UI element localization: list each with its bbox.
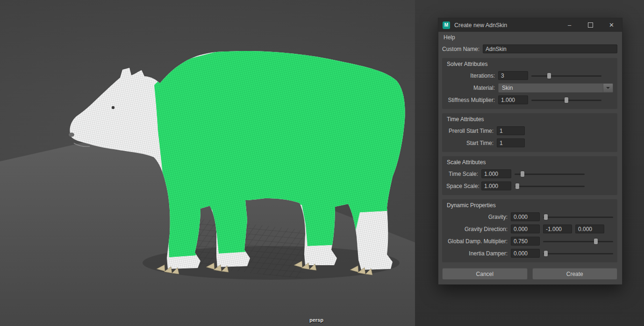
iterations-row: Iterations: (446, 71, 613, 80)
gravity-row: Gravity: (446, 212, 613, 222)
iterations-input[interactable] (498, 71, 528, 80)
time-scale-slider[interactable] (515, 171, 585, 177)
global-damp-label: Global Damp. Multiplier: (446, 238, 508, 245)
gravity-direction-row: Gravity Direction: (446, 224, 613, 234)
close-button[interactable]: ✕ (601, 18, 622, 32)
slider-track (515, 186, 585, 187)
gravity-slider[interactable] (543, 214, 613, 220)
solver-attributes-panel: Solver Attributes Iterations: Material: … (442, 58, 617, 109)
dialog-titlebar[interactable]: M Create new AdnSkin – ✕ (438, 18, 622, 32)
slider-handle[interactable] (565, 97, 568, 103)
inertia-damper-input[interactable] (511, 249, 540, 258)
dialog-title: Create new AdnSkin (454, 22, 559, 29)
material-row: Material: Skin (446, 83, 613, 93)
gravity-label: Gravity: (446, 214, 508, 220)
preroll-start-input[interactable] (497, 126, 525, 135)
stiffness-label: Stiffness Multiplier: (446, 97, 495, 103)
material-value: Skin (498, 83, 603, 93)
maximize-button[interactable] (580, 18, 601, 32)
inertia-damper-slider[interactable] (543, 250, 613, 257)
slider-handle[interactable] (544, 251, 548, 256)
start-time-row: Start Time: (446, 138, 613, 148)
slider-handle[interactable] (547, 73, 551, 79)
dynamic-properties-panel: Dynamic Properties Gravity: Gravity Dire… (442, 199, 617, 262)
slider-handle[interactable] (544, 214, 548, 220)
inertia-damper-row: Inertia Damper: (446, 248, 613, 258)
dynamic-properties-title: Dynamic Properties (447, 202, 613, 209)
custom-name-input[interactable] (483, 44, 617, 53)
material-label: Material: (446, 85, 495, 91)
preroll-start-row: Preroll Start Time: (446, 126, 613, 136)
custom-name-row: Custom Name: (442, 44, 617, 54)
space-scale-slider[interactable] (515, 183, 585, 189)
time-scale-label: Time Scale: (446, 171, 478, 177)
slider-handle[interactable] (521, 171, 524, 177)
slider-track (543, 241, 613, 242)
preroll-start-label: Preroll Start Time: (446, 128, 494, 134)
time-attributes-title: Time Attributes (447, 116, 613, 123)
scale-attributes-panel: Scale Attributes Time Scale: Space Scale… (442, 156, 617, 195)
gravity-direction-y-input[interactable] (543, 225, 572, 233)
iterations-slider[interactable] (531, 72, 601, 79)
camera-label: persp (309, 317, 323, 323)
space-scale-input[interactable] (481, 181, 511, 190)
solver-attributes-title: Solver Attributes (447, 61, 613, 67)
stiffness-slider[interactable] (531, 97, 601, 103)
slider-track (531, 75, 601, 77)
custom-name-label: Custom Name: (442, 46, 479, 52)
gravity-direction-z-input[interactable] (575, 225, 604, 233)
close-icon: ✕ (609, 22, 614, 29)
time-scale-row: Time Scale: (446, 169, 613, 179)
inertia-damper-label: Inertia Damper: (446, 250, 508, 257)
space-scale-row: Space Scale: (446, 181, 613, 191)
cancel-button[interactable]: Cancel (442, 268, 528, 280)
gravity-input[interactable] (511, 212, 540, 221)
space-scale-label: Space Scale: (446, 183, 478, 189)
chevron-down-icon[interactable] (603, 83, 613, 93)
slider-handle[interactable] (594, 239, 598, 244)
maya-icon: M (443, 22, 450, 29)
minimize-button[interactable]: – (559, 18, 580, 32)
slider-track (543, 217, 613, 218)
minimize-icon: – (568, 22, 571, 29)
maximize-icon (588, 22, 593, 28)
stiffness-row: Stiffness Multiplier: (446, 95, 613, 105)
start-time-label: Start Time: (446, 140, 494, 146)
stiffness-input[interactable] (498, 95, 528, 104)
global-damp-row: Global Damp. Multiplier: (446, 236, 613, 246)
help-menu[interactable]: Help (444, 34, 455, 41)
create-button[interactable]: Create (532, 268, 618, 280)
time-attributes-panel: Time Attributes Preroll Start Time: Star… (442, 113, 617, 152)
time-scale-input[interactable] (481, 169, 511, 178)
gravity-direction-label: Gravity Direction: (446, 226, 508, 232)
bear-eye (112, 106, 114, 109)
dialog-body: Custom Name: Solver Attributes Iteration… (438, 43, 622, 284)
start-time-input[interactable] (497, 138, 525, 147)
slider-handle[interactable] (515, 183, 519, 189)
scale-attributes-title: Scale Attributes (447, 159, 613, 166)
create-adnskin-dialog: M Create new AdnSkin – ✕ Help Custom Nam… (438, 18, 623, 285)
dialog-footer: Cancel Create (442, 268, 617, 280)
bear-nose (69, 133, 74, 137)
gravity-direction-x-input[interactable] (511, 225, 540, 233)
slider-track (515, 174, 585, 175)
global-damp-input[interactable] (511, 237, 540, 246)
dialog-menubar: Help (438, 32, 622, 43)
iterations-label: Iterations: (446, 72, 495, 79)
material-dropdown[interactable]: Skin (498, 83, 613, 93)
global-damp-slider[interactable] (543, 238, 613, 245)
slider-track (543, 253, 613, 254)
